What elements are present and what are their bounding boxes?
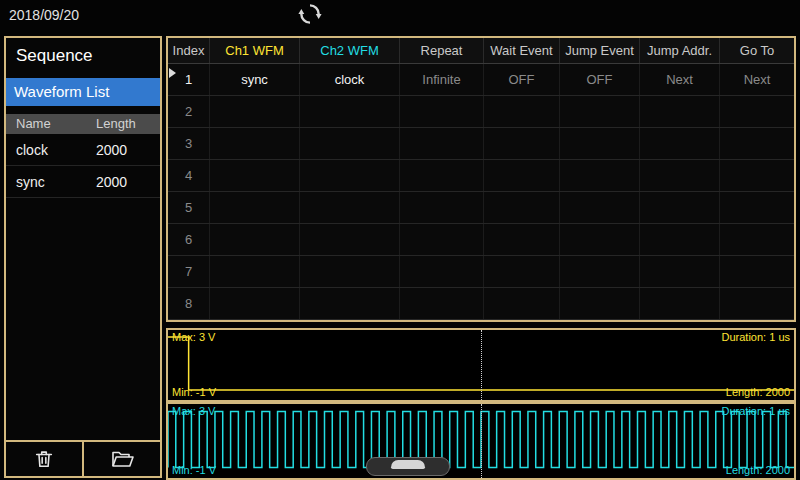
- sequence-cell: [720, 160, 794, 191]
- sequence-cell: OFF: [484, 64, 560, 95]
- scroll-handle[interactable]: [366, 457, 450, 476]
- waveform-length: 2000: [96, 134, 127, 165]
- sequence-cell: [300, 192, 400, 223]
- sidebar-title: Sequence: [6, 38, 160, 74]
- delete-button[interactable]: [6, 442, 84, 476]
- sequence-cell: [400, 96, 484, 127]
- sequence-cell: 5: [168, 192, 210, 223]
- sequence-cell: [720, 288, 794, 319]
- column-header-wait-event: Wait Event: [484, 38, 560, 63]
- sequence-cell: [560, 288, 640, 319]
- sequence-cell: [640, 256, 720, 287]
- sequence-cell: Next: [720, 64, 794, 95]
- sequence-cell: [484, 288, 560, 319]
- sequence-cell: [400, 128, 484, 159]
- sequence-cell: [720, 224, 794, 255]
- sequence-cell: [400, 224, 484, 255]
- date-label: 2018/09/20: [9, 7, 79, 23]
- sequence-cell: [640, 224, 720, 255]
- column-header-index: Index: [168, 38, 210, 63]
- sequence-cell: [210, 128, 300, 159]
- sequence-cell: [560, 96, 640, 127]
- ch2-duration-label: Duration: 1 us: [722, 405, 790, 418]
- sequence-cell: [300, 128, 400, 159]
- sequence-cell: [640, 192, 720, 223]
- sequence-cell: 2: [168, 96, 210, 127]
- sequence-cell: [300, 160, 400, 191]
- sequence-row-1[interactable]: 1syncclockInfiniteOFFOFFNextNext: [168, 64, 794, 96]
- ch1-length-label: Length: 2000: [726, 386, 790, 399]
- ch2-min-label: Min: -1 V: [172, 464, 216, 477]
- ch1-max-label: Max: 3 V: [172, 331, 215, 344]
- sequence-cell: [400, 192, 484, 223]
- sequence-table-body: 1syncclockInfiniteOFFOFFNextNext2345678: [168, 64, 794, 320]
- sequence-cell: [560, 192, 640, 223]
- sequence-cell: 8: [168, 288, 210, 319]
- sequence-cell: [720, 128, 794, 159]
- sequence-cell: [300, 288, 400, 319]
- sequence-row-3[interactable]: 3: [168, 128, 794, 160]
- sequence-cell: 3: [168, 128, 210, 159]
- sequence-cell: [640, 160, 720, 191]
- sequence-cell: [300, 96, 400, 127]
- sequence-cell: [400, 160, 484, 191]
- sequence-cell: [300, 256, 400, 287]
- sequence-cell: [300, 224, 400, 255]
- sequence-row-2[interactable]: 2: [168, 96, 794, 128]
- sequence-cell: [210, 256, 300, 287]
- column-header-name: Name: [6, 114, 96, 134]
- sequence-cell: [560, 224, 640, 255]
- sequence-cell: [210, 224, 300, 255]
- sequence-cell: [484, 160, 560, 191]
- sequence-cell: [720, 96, 794, 127]
- waveform-name: sync: [6, 166, 96, 197]
- refresh-icon[interactable]: [297, 1, 323, 27]
- sequence-cell: clock: [300, 64, 400, 95]
- waveform-list-item[interactable]: sync2000: [6, 166, 160, 198]
- sequence-cell: [400, 256, 484, 287]
- ch2-length-label: Length: 2000: [726, 464, 790, 477]
- sequence-cell: [484, 192, 560, 223]
- sequence-cell: [484, 128, 560, 159]
- sequence-cell: [720, 192, 794, 223]
- tab-waveform-list[interactable]: Waveform List: [6, 78, 160, 106]
- sequence-cell: [484, 224, 560, 255]
- ch1-min-label: Min: -1 V: [172, 386, 216, 399]
- ch2-cursor-line: [481, 404, 482, 478]
- column-header-ch2-wfm: Ch2 WFM: [300, 38, 400, 63]
- trash-icon: [33, 448, 55, 470]
- ch2-waveform-preview: Max: 3 V Duration: 1 us Min: -1 V Length…: [166, 402, 796, 480]
- column-header-ch1-wfm: Ch1 WFM: [210, 38, 300, 63]
- column-header-go-to: Go To: [720, 38, 794, 63]
- ch1-waveform-preview: Max: 3 V Duration: 1 us Min: -1 V Length…: [166, 328, 796, 402]
- sequence-cell: Next: [640, 64, 720, 95]
- sequence-row-7[interactable]: 7: [168, 256, 794, 288]
- waveform-list-item[interactable]: clock2000: [6, 134, 160, 166]
- sequence-sidebar: Sequence Waveform List Name Length clock…: [4, 36, 162, 478]
- sequence-row-8[interactable]: 8: [168, 288, 794, 320]
- ch1-cursor-line: [481, 330, 482, 400]
- sequence-cell: [640, 128, 720, 159]
- sequence-cell: [210, 288, 300, 319]
- sequence-cell: [210, 192, 300, 223]
- sequence-cell: [210, 96, 300, 127]
- sequence-cell: [400, 288, 484, 319]
- ch1-duration-label: Duration: 1 us: [722, 331, 790, 344]
- open-button[interactable]: [84, 442, 160, 476]
- current-row-marker: [169, 68, 176, 78]
- scroll-handle-grip: [391, 460, 425, 469]
- column-header-repeat: Repeat: [400, 38, 484, 63]
- column-header-length: Length: [96, 114, 136, 134]
- sequence-cell: 4: [168, 160, 210, 191]
- sequence-row-6[interactable]: 6: [168, 224, 794, 256]
- sequence-cell: [560, 128, 640, 159]
- sequence-cell: [560, 160, 640, 191]
- sidebar-buttons: [6, 440, 160, 476]
- sequence-row-5[interactable]: 5: [168, 192, 794, 224]
- sequence-cell: [210, 160, 300, 191]
- sequence-row-4[interactable]: 4: [168, 160, 794, 192]
- awg-sequence-screen: 2018/09/20 Sequence Waveform List Name L…: [0, 0, 800, 480]
- sequence-table: IndexCh1 WFMCh2 WFMRepeatWait EventJump …: [166, 36, 796, 322]
- sequence-cell: [640, 96, 720, 127]
- sequence-table-header: IndexCh1 WFMCh2 WFMRepeatWait EventJump …: [168, 38, 794, 64]
